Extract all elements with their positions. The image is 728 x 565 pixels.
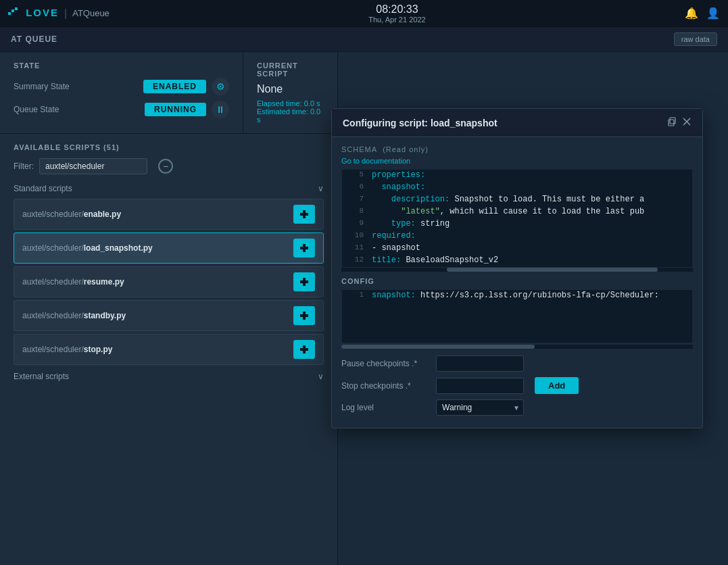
copy-icon — [667, 117, 677, 126]
standard-scripts-label: Standard scripts — [14, 184, 72, 193]
pause-checkpoints-label: Pause checkpoints .* — [341, 359, 436, 368]
svg-rect-0 — [8, 12, 11, 15]
script-item[interactable]: auxtel/scheduler/load_snapshot.py — [14, 232, 324, 264]
doc-link[interactable]: Go to documentation — [341, 157, 693, 165]
standard-scripts-chevron: ∨ — [318, 184, 324, 193]
script-add-button[interactable] — [293, 340, 315, 359]
code-line: 5 properties: — [342, 170, 692, 182]
topbar-left: LOVE | ATQueue — [8, 7, 110, 20]
log-level-row: Log level Debug Info Warning Error Criti… — [341, 399, 693, 416]
filter-row: Filter: — [14, 158, 324, 174]
config-scrollbar — [341, 345, 693, 349]
pause-checkpoints-input[interactable] — [436, 355, 524, 372]
gear-icon: ⚙ — [216, 81, 225, 92]
add-script-icon — [299, 243, 310, 253]
current-script-box: CURRENT SCRIPT None Elapsed time: 0.0 s … — [243, 52, 337, 133]
config-code-line: 1 snapshot: https://s3.cp.lsst.org/rubin… — [342, 290, 692, 302]
filter-input[interactable] — [39, 158, 147, 174]
modal-copy-button[interactable] — [667, 117, 677, 128]
summary-state-controls: ENABLED ⚙ — [143, 78, 229, 95]
schema-scrollbar — [341, 268, 693, 272]
svg-rect-2 — [15, 7, 18, 10]
modal-close-button[interactable] — [682, 117, 691, 128]
log-level-select-wrapper: Debug Info Warning Error Critical ▼ — [436, 399, 524, 416]
standard-scripts-group-header[interactable]: Standard scripts ∨ — [14, 184, 324, 193]
log-level-select[interactable]: Debug Info Warning Error Critical — [436, 399, 524, 416]
script-add-button[interactable] — [293, 205, 315, 224]
summary-state-badge: ENABLED — [143, 80, 206, 93]
topbar-app-name: ATQueue — [72, 8, 110, 18]
script-add-button[interactable] — [293, 306, 315, 325]
stop-checkpoints-row: Stop checkpoints .* Add — [341, 377, 693, 394]
script-add-button[interactable] — [293, 272, 315, 291]
user-icon[interactable]: 👤 — [706, 7, 720, 20]
left-panel: STATE Summary State ENABLED ⚙ Queue Stat… — [0, 52, 338, 565]
external-scripts-group-header[interactable]: External scripts ∨ — [14, 372, 324, 381]
modal-title: Configuring script: load_snapshot — [343, 118, 498, 128]
current-script-elapsed: Elapsed time: 0.0 s — [257, 99, 324, 107]
svg-rect-1 — [11, 9, 14, 12]
queue-state-controls: RUNNING ⏸ — [145, 101, 229, 118]
code-line: 12 title: BaseloadSnapshot_v2 — [342, 255, 692, 267]
external-scripts-chevron: ∨ — [318, 372, 324, 381]
script-name: auxtel/scheduler/enable.py — [22, 210, 121, 219]
svg-rect-4 — [670, 118, 675, 124]
topbar-date: Thu, Apr 21 2022 — [368, 16, 425, 24]
log-level-label: Log level — [341, 403, 436, 412]
schema-readonly: (Read only) — [383, 145, 429, 153]
config-label: CONFIG — [341, 277, 693, 285]
topbar-right: 🔔 👤 — [685, 7, 720, 20]
script-name: auxtel/scheduler/standby.py — [22, 311, 126, 320]
script-item[interactable]: auxtel/scheduler/enable.py — [14, 199, 324, 230]
section-header-title: AT QUEUE — [11, 34, 57, 44]
topbar: LOVE | ATQueue 08:20:33 Thu, Apr 21 2022… — [0, 0, 728, 27]
queue-state-badge: RUNNING — [145, 103, 206, 116]
state-current-script-row: STATE Summary State ENABLED ⚙ Queue Stat… — [0, 52, 337, 134]
close-icon — [682, 117, 691, 126]
current-script-name: None — [257, 83, 324, 95]
form-fields: Pause checkpoints .* Stop checkpoints .*… — [332, 349, 702, 428]
code-line: 10 required: — [342, 230, 692, 243]
code-line: 7 description: Snapshot to load. This mu… — [342, 194, 692, 206]
available-scripts-section: AVAILABLE SCRIPTS (51) Filter: Standard … — [0, 134, 337, 565]
section-header: AT QUEUE raw data — [0, 27, 728, 52]
schema-section: SCHEMA (Read only) Go to documentation 5… — [332, 137, 702, 272]
script-add-button[interactable] — [293, 239, 315, 257]
summary-state-settings-button[interactable]: ⚙ — [212, 78, 229, 95]
schema-code-block: 5 properties: 6 snapshot: 7 description:… — [341, 169, 693, 268]
queue-state-pause-button[interactable]: ⏸ — [212, 101, 229, 118]
config-scrollbar-thumb — [341, 345, 535, 349]
stop-checkpoints-label: Stop checkpoints .* — [341, 381, 436, 391]
notifications-icon[interactable]: 🔔 — [685, 7, 698, 20]
queue-state-label: Queue State — [14, 105, 59, 114]
state-box: STATE Summary State ENABLED ⚙ Queue Stat… — [0, 52, 243, 133]
collapse-button[interactable] — [158, 159, 173, 174]
script-item[interactable]: auxtel/scheduler/stop.py — [14, 334, 324, 365]
pause-icon: ⏸ — [216, 104, 225, 115]
script-item[interactable]: auxtel/scheduler/resume.py — [14, 266, 324, 297]
current-script-estimated: Estimated time: 0.0 s — [257, 107, 324, 124]
summary-state-row: Summary State ENABLED ⚙ — [14, 78, 229, 95]
filter-label: Filter: — [14, 162, 34, 171]
summary-state-label: Summary State — [14, 82, 70, 91]
modal-header: Configuring script: load_snapshot — [332, 109, 702, 137]
topbar-center: 08:20:33 Thu, Apr 21 2022 — [368, 3, 425, 24]
code-line: 11 - snapshot — [342, 243, 692, 255]
current-script-title: CURRENT SCRIPT — [257, 62, 324, 78]
config-section: CONFIG 1 snapshot: https://s3.cp.lsst.or… — [332, 272, 702, 349]
topbar-time: 08:20:33 — [368, 3, 425, 16]
stop-checkpoints-input[interactable] — [436, 378, 524, 394]
script-item[interactable]: auxtel/scheduler/standby.py — [14, 300, 324, 331]
add-button[interactable]: Add — [535, 377, 579, 394]
add-script-icon — [299, 209, 310, 220]
love-logo: LOVE — [8, 7, 59, 20]
pause-checkpoints-row: Pause checkpoints .* — [341, 355, 693, 372]
code-line: 9 type: string — [342, 218, 692, 230]
state-title: STATE — [14, 62, 229, 70]
script-name: auxtel/scheduler/load_snapshot.py — [22, 243, 153, 253]
raw-data-button[interactable]: raw data — [674, 32, 717, 46]
config-code-block[interactable]: 1 snapshot: https://s3.cp.lsst.org/rubin… — [341, 289, 693, 343]
schema-scrollbar-thumb — [447, 268, 658, 272]
code-line: 6 snapshot: — [342, 182, 692, 194]
configure-script-modal: Configuring script: load_snapshot SCHEMA… — [331, 108, 703, 428]
